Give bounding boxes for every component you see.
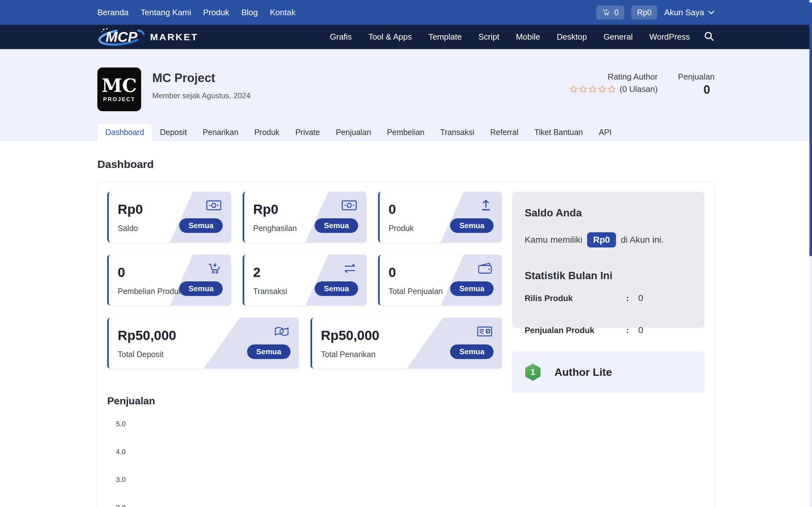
topbar-links: Beranda Tentang Kami Produk Blog Kontak — [97, 8, 296, 17]
cart-arrow-down-icon — [207, 262, 221, 275]
balance-text-after: di Akun ini. — [621, 235, 664, 245]
logo[interactable]: MCP MARKET — [97, 27, 198, 47]
card-overlay — [109, 318, 299, 369]
tab-dashboard[interactable]: Dashboard — [97, 124, 152, 141]
sales-block: Penjualan 0 — [678, 72, 715, 97]
author-level-label: Author Lite — [554, 366, 612, 378]
balance-text-before: Kamu memiliki — [525, 235, 582, 245]
card-label: Produk — [389, 224, 414, 233]
nav-link-script[interactable]: Script — [478, 32, 499, 42]
semua-button[interactable]: Semua — [315, 281, 358, 296]
level-badge-number: 1 — [531, 367, 535, 377]
upload-icon — [479, 199, 492, 212]
balance-button-label: Rp0 — [637, 8, 652, 17]
stat-card-total-penjualan: 0 Total Penjualan Semua — [378, 255, 502, 305]
semua-button[interactable]: Semua — [179, 281, 223, 296]
nav-link-blog[interactable]: Blog — [241, 8, 258, 17]
logo-secondary-text: MARKET — [150, 32, 198, 43]
logo-primary-text: MCP — [106, 29, 138, 45]
divider — [525, 314, 692, 314]
card-value: Rp0 — [118, 202, 143, 217]
star-icon — [569, 85, 578, 94]
mcp-logo-icon: MCP — [97, 27, 146, 47]
nav-link-grafis[interactable]: Grafis — [330, 32, 352, 42]
semua-button[interactable]: Semua — [450, 218, 494, 233]
cart-button[interactable]: 0 — [596, 5, 624, 20]
chevron-down-icon — [708, 10, 715, 14]
tab-transaksi[interactable]: Transaksi — [432, 124, 482, 141]
account-tabs: Dashboard Deposit Penarikan Produk Priva… — [97, 124, 715, 141]
rating-block: Rating Author (0 Ulasan) — [569, 72, 658, 97]
stat-row-value: 0 — [638, 325, 643, 335]
card-label: Total Penjualan — [389, 287, 443, 296]
stat-card-saldo: Rp0 Saldo Semua — [107, 192, 231, 242]
main-navbar: MCP MARKET Grafis Tool & Apps Template S… — [0, 25, 812, 49]
stat-row-label: Penjualan Produk — [525, 326, 626, 335]
sales-label: Penjualan — [678, 72, 715, 82]
star-icon — [607, 85, 616, 94]
nav-link-kontak[interactable]: Kontak — [270, 8, 296, 17]
exchange-arrows-icon — [343, 262, 357, 275]
stat-card-total-penarikan: Rp50,000 Total Penarikan Semua — [310, 318, 502, 369]
balance-amount-badge: Rp0 — [587, 232, 616, 247]
semua-button[interactable]: Semua — [450, 281, 494, 296]
monthly-stats-title: Statistik Bulan Ini — [525, 270, 692, 282]
search-icon — [704, 31, 715, 42]
search-button[interactable] — [704, 31, 715, 43]
author-level-panel: 1 Author Lite — [512, 351, 705, 393]
sales-value: 0 — [678, 83, 710, 97]
avatar: MC PROJECT — [97, 67, 141, 111]
avatar-text-primary: MC — [102, 76, 137, 95]
y-axis-tick: 2.0 — [110, 504, 125, 507]
tab-pembelian[interactable]: Pembelian — [379, 124, 432, 141]
sales-chart: 5.0 4.0 3.0 2.0 — [107, 413, 502, 507]
y-axis-tick: 3.0 — [110, 475, 125, 484]
nav-link-beranda[interactable]: Beranda — [97, 8, 129, 17]
member-since: Member sejak Agustus, 2024 — [152, 91, 251, 100]
nav-link-tool-apps[interactable]: Tool & Apps — [368, 32, 412, 42]
balance-button[interactable]: Rp0 — [631, 5, 657, 20]
semua-button[interactable]: Semua — [179, 218, 223, 233]
page: Beranda Tentang Kami Produk Blog Kontak … — [0, 0, 812, 507]
nav-link-produk[interactable]: Produk — [203, 8, 229, 17]
tab-referral[interactable]: Referral — [482, 124, 526, 141]
nav-link-desktop[interactable]: Desktop — [557, 32, 587, 42]
card-label: Total Deposit — [118, 350, 164, 359]
level-badge-icon: 1 — [525, 364, 541, 381]
semua-button[interactable]: Semua — [450, 344, 494, 359]
nav-link-wordpress[interactable]: WordPress — [649, 32, 690, 42]
money-wave-icon — [274, 325, 289, 338]
cart-icon — [602, 9, 610, 16]
y-axis-tick: 4.0 — [110, 448, 125, 456]
tab-tiket-bantuan[interactable]: Tiket Bantuan — [526, 124, 591, 141]
tab-produk[interactable]: Produk — [247, 124, 287, 141]
profile-header: MC PROJECT MC Project Member sejak Agust… — [0, 49, 812, 141]
stat-card-total-deposit: Rp50,000 Total Deposit Semua — [107, 318, 299, 369]
nav-link-mobile[interactable]: Mobile — [516, 32, 540, 42]
topbar: Beranda Tentang Kami Produk Blog Kontak … — [0, 0, 812, 25]
tab-api[interactable]: API — [591, 124, 619, 141]
page-title: Dashboard — [97, 158, 715, 170]
stat-row-penjualan-produk: Penjualan Produk : 0 — [525, 325, 692, 335]
nav-link-general[interactable]: General — [603, 32, 633, 42]
stat-card-produk: 0 Produk Semua — [378, 192, 502, 242]
semua-button[interactable]: Semua — [315, 218, 358, 233]
tab-penjualan[interactable]: Penjualan — [328, 124, 379, 141]
y-axis-tick: 5.0 — [110, 420, 125, 428]
account-menu[interactable]: Akun Saya — [664, 8, 715, 17]
tab-private[interactable]: Private — [287, 124, 328, 141]
tab-deposit[interactable]: Deposit — [152, 124, 195, 141]
nav-link-template[interactable]: Template — [428, 32, 462, 42]
stat-row-rilis-produk: Rilis Produk : 0 — [525, 293, 692, 303]
profile-name: MC Project — [152, 71, 251, 85]
balance-panel-title: Saldo Anda — [525, 207, 692, 219]
stat-row-separator: : — [626, 293, 638, 303]
card-label: Penghasilan — [253, 224, 297, 233]
tab-penarikan[interactable]: Penarikan — [195, 124, 247, 141]
nav-link-tentang-kami[interactable]: Tentang Kami — [141, 8, 191, 17]
card-value: 2 — [253, 265, 260, 280]
scrollbar-thumb[interactable] — [809, 3, 812, 256]
card-value: 0 — [118, 265, 125, 280]
semua-button[interactable]: Semua — [247, 344, 291, 359]
card-value: 0 — [389, 265, 396, 280]
